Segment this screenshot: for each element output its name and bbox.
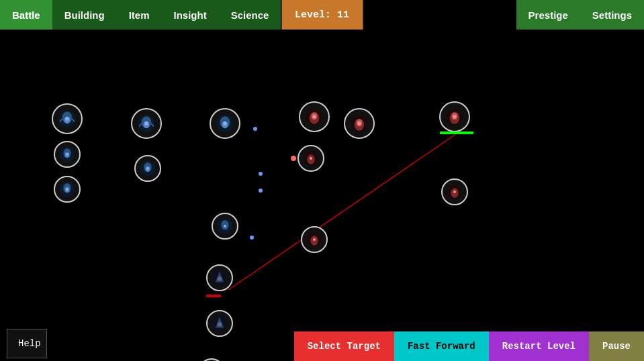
player-ship-8[interactable] bbox=[206, 264, 233, 291]
player-ship-3[interactable] bbox=[54, 176, 81, 203]
player-ship-6[interactable] bbox=[210, 108, 240, 139]
pause-button[interactable]: Pause bbox=[589, 331, 644, 361]
select-target-button[interactable]: Select Target bbox=[294, 331, 394, 361]
svg-point-1 bbox=[253, 127, 257, 131]
svg-line-0 bbox=[228, 134, 457, 290]
player-ship-1[interactable] bbox=[52, 103, 83, 134]
svg-point-5 bbox=[250, 236, 254, 240]
enemy-ship-3[interactable] bbox=[297, 145, 324, 172]
enemy-ship-5-health bbox=[440, 132, 473, 134]
battle-svg bbox=[0, 30, 644, 361]
nav-right-group: Prestige Settings bbox=[516, 0, 644, 30]
enemy-ship-2[interactable] bbox=[344, 108, 375, 139]
svg-point-15 bbox=[66, 153, 68, 156]
svg-point-53 bbox=[357, 121, 361, 125]
svg-point-59 bbox=[313, 238, 316, 241]
fast-forward-button[interactable]: Fast Forward bbox=[394, 331, 489, 361]
svg-point-4 bbox=[259, 189, 263, 193]
svg-point-23 bbox=[144, 121, 148, 125]
tab-prestige[interactable]: Prestige bbox=[516, 0, 580, 30]
svg-point-2 bbox=[291, 156, 296, 161]
player-ship-7[interactable] bbox=[212, 213, 238, 240]
battle-area bbox=[0, 30, 644, 361]
svg-point-39 bbox=[218, 276, 222, 280]
svg-point-19 bbox=[66, 188, 68, 191]
svg-point-49 bbox=[312, 115, 316, 118]
tab-insight[interactable]: Insight bbox=[162, 0, 219, 30]
tab-science[interactable]: Science bbox=[219, 0, 281, 30]
svg-point-3 bbox=[259, 172, 263, 176]
help-button[interactable]: Help bbox=[7, 329, 47, 358]
svg-point-56 bbox=[310, 157, 312, 160]
tab-building[interactable]: Building bbox=[52, 0, 117, 30]
enemy-ship-1[interactable] bbox=[299, 101, 330, 132]
ship-health-bar-8 bbox=[206, 295, 221, 297]
svg-point-29 bbox=[146, 167, 149, 170]
enemy-ship-6[interactable] bbox=[441, 178, 468, 205]
enemy-ship-5[interactable] bbox=[439, 101, 470, 132]
enemy-ship-4[interactable] bbox=[301, 226, 328, 253]
bottom-bar: Help Select Target Fast Forward Restart … bbox=[0, 331, 644, 361]
svg-point-63 bbox=[453, 115, 456, 118]
tab-settings[interactable]: Settings bbox=[580, 0, 644, 30]
top-navigation: Battle Building Item Insight Science Lev… bbox=[0, 0, 644, 30]
svg-point-36 bbox=[224, 225, 226, 227]
action-buttons: Select Target Fast Forward Restart Level… bbox=[294, 331, 644, 361]
svg-point-42 bbox=[218, 322, 222, 326]
restart-level-button[interactable]: Restart Level bbox=[489, 331, 589, 361]
player-ship-2[interactable] bbox=[54, 141, 81, 168]
player-ship-5[interactable] bbox=[134, 155, 161, 182]
level-display: Level: 11 bbox=[281, 0, 363, 30]
svg-point-33 bbox=[223, 121, 226, 125]
svg-point-66 bbox=[453, 191, 456, 193]
player-ship-4[interactable] bbox=[131, 108, 162, 139]
tab-item[interactable]: Item bbox=[117, 0, 162, 30]
svg-point-9 bbox=[65, 117, 68, 120]
tab-battle[interactable]: Battle bbox=[0, 0, 52, 30]
